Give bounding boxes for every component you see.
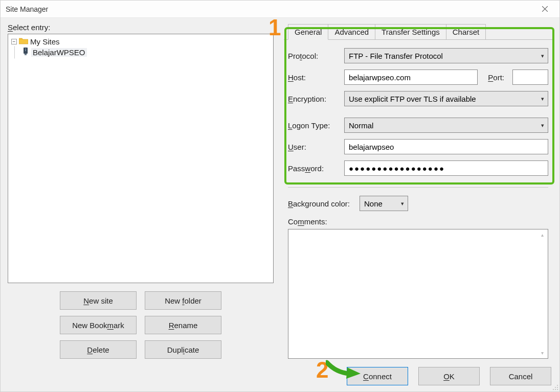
new-folder-button[interactable]: New folder — [145, 291, 221, 310]
svg-point-7 — [555, 387, 556, 388]
logon-type-select[interactable]: Normal — [344, 118, 548, 133]
right-panel: General Advanced Transfer Settings Chars… — [284, 23, 552, 359]
host-label: Host: — [288, 73, 339, 82]
logon-type-label: Logon Type: — [288, 121, 339, 130]
connect-button[interactable]: Connect — [347, 367, 408, 385]
comments-label: Comments: — [288, 217, 548, 226]
annotation-number-2: 2 — [316, 357, 328, 383]
select-entry-label: Select entry: — [8, 23, 274, 32]
divider — [288, 187, 548, 188]
scroll-up-icon[interactable]: ▴ — [538, 230, 547, 239]
ok-button[interactable]: OK — [418, 367, 480, 385]
bgcolor-select[interactable]: None — [360, 196, 408, 211]
cancel-button[interactable]: Cancel — [490, 367, 551, 385]
tree-collapse-icon[interactable]: − — [11, 39, 17, 44]
resize-grip-icon[interactable] — [551, 383, 558, 390]
svg-point-3 — [25, 49, 26, 50]
port-input[interactable] — [512, 70, 548, 85]
site-manager-window: Site Manager Select entry: − My Sites — [0, 0, 560, 392]
content-area: Select entry: − My Sites BelajarWPSEO — [1, 18, 559, 362]
tree-site-item[interactable]: BelajarWPSEO — [21, 47, 271, 58]
encryption-select[interactable]: Use explicit FTP over TLS if available — [344, 91, 548, 106]
svg-point-9 — [553, 389, 554, 390]
server-icon — [22, 47, 29, 58]
tab-content-general: Protocol: FTP - File Transfer Protocol ▾… — [284, 39, 552, 359]
svg-point-11 — [557, 389, 558, 390]
close-icon — [542, 6, 548, 12]
tree-root[interactable]: − My Sites — [10, 37, 271, 47]
tab-general[interactable]: General — [288, 24, 328, 40]
tree-site-label: BelajarWPSEO — [31, 48, 87, 57]
bgcolor-label: Background color: — [288, 199, 354, 208]
delete-button[interactable]: Delete — [60, 340, 137, 359]
port-label: Port: — [488, 73, 504, 82]
password-label: Password: — [288, 164, 339, 173]
footer: Connect OK Cancel — [1, 362, 559, 391]
encryption-label: Encryption: — [288, 95, 339, 103]
site-tree[interactable]: − My Sites BelajarWPSEO — [8, 34, 274, 283]
tab-charset[interactable]: Charset — [446, 24, 486, 39]
tab-advanced[interactable]: Advanced — [328, 24, 375, 39]
close-button[interactable] — [533, 2, 556, 16]
svg-point-4 — [25, 50, 26, 51]
password-input[interactable] — [344, 160, 548, 176]
svg-rect-5 — [25, 54, 27, 55]
left-panel: Select entry: − My Sites BelajarWPSEO — [8, 23, 274, 359]
protocol-label: Protocol: — [288, 52, 339, 60]
site-buttons: New site New folder New Bookmark Rename … — [8, 291, 274, 359]
tab-transfer-settings[interactable]: Transfer Settings — [375, 24, 446, 39]
new-site-button[interactable]: New site — [60, 291, 137, 310]
comments-textarea[interactable]: ▴ ▾ — [288, 229, 548, 359]
new-bookmark-button[interactable]: New Bookmark — [60, 316, 137, 334]
scroll-down-icon[interactable]: ▾ — [538, 349, 547, 357]
host-input[interactable] — [344, 70, 478, 85]
protocol-select[interactable]: FTP - File Transfer Protocol — [344, 48, 548, 63]
user-input[interactable] — [344, 139, 548, 154]
duplicate-button[interactable]: Duplicate — [145, 340, 221, 359]
rename-button[interactable]: Rename — [145, 316, 221, 334]
annotation-number-1: 1 — [268, 15, 281, 40]
tree-root-label: My Sites — [30, 37, 60, 46]
svg-point-8 — [557, 387, 558, 388]
user-label: User: — [288, 143, 339, 151]
folder-icon — [19, 37, 28, 46]
window-title: Site Manager — [6, 5, 48, 13]
tabs: General Advanced Transfer Settings Chars… — [288, 24, 552, 39]
svg-point-6 — [557, 385, 558, 386]
svg-point-10 — [555, 389, 556, 390]
